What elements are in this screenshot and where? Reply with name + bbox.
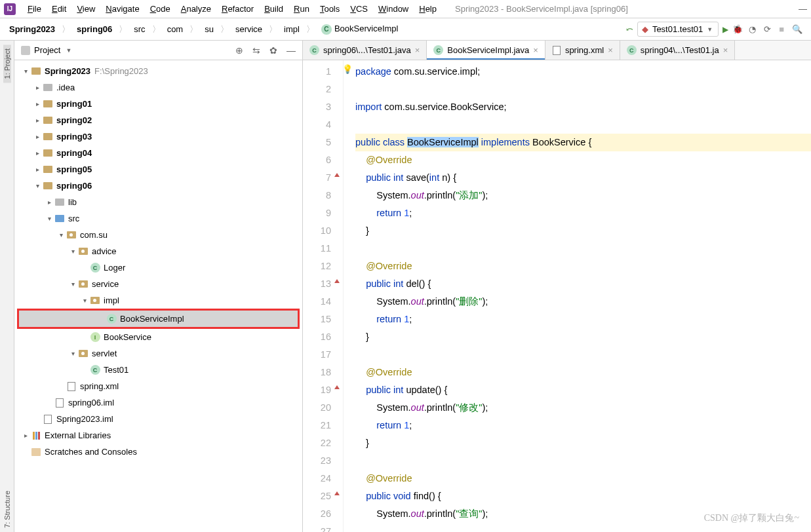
xml-icon (552, 46, 561, 55)
intention-bulb-icon[interactable] (342, 60, 353, 71)
build-icon[interactable]: ⤺ (626, 24, 633, 34)
watermark: CSDN @掉了颗大白兔~ (704, 512, 799, 524)
tree-node[interactable]: spring06.iml (14, 394, 302, 411)
tree-node[interactable]: ▸spring05 (14, 161, 302, 178)
tab-label: BookServiceImpl.java (447, 45, 529, 55)
menu-help[interactable]: Help (414, 3, 442, 15)
code[interactable]: package com.su.service.impl;import com.s… (344, 60, 811, 532)
editor-tab[interactable]: CBookServiceImpl.java× (427, 41, 545, 60)
toolbar: Spring2023〉spring06〉src〉com〉su〉service〉i… (0, 18, 811, 41)
project-tree[interactable]: ▾Spring2023F:\Spring2023▸.idea▸spring01▸… (14, 60, 302, 532)
chevron-down-icon[interactable]: ▼ (66, 47, 71, 54)
side-tab-project[interactable]: 1: Project (3, 45, 11, 83)
left-tool-strip: 1: Project 7: Structure (0, 41, 14, 532)
menu-code[interactable]: Code (145, 3, 176, 15)
breadcrumb-item[interactable]: service (233, 23, 265, 35)
menu-build[interactable]: Build (259, 3, 288, 15)
tree-node[interactable]: ▾impl (14, 292, 302, 309)
tree-node[interactable]: Scratches and Consoles (14, 444, 302, 460)
project-panel-title: Project (34, 45, 60, 55)
menu-file[interactable]: File (22, 3, 47, 15)
stop-icon[interactable]: ■ (777, 24, 786, 34)
gutter: 1234567891011121314151617181920212223242… (303, 60, 344, 532)
window-title: Spring2023 - BookServiceImpl.java [sprin… (455, 4, 628, 14)
breadcrumb-item[interactable]: su (202, 23, 216, 35)
tree-node[interactable]: ▸spring01 (14, 96, 302, 112)
close-icon[interactable]: × (415, 45, 420, 55)
tree-node[interactable]: ▸External Libraries (14, 427, 302, 444)
breadcrumb[interactable]: Spring2023〉spring06〉src〉com〉su〉service〉i… (7, 22, 401, 36)
class-icon: C (309, 45, 319, 55)
menu-view[interactable]: View (71, 3, 100, 15)
locate-icon[interactable]: ⊕ (235, 45, 243, 56)
tree-node[interactable]: ▾service (14, 276, 302, 292)
menu-window[interactable]: Window (373, 3, 414, 15)
tree-node[interactable]: ▸spring02 (14, 112, 302, 128)
tree-node[interactable]: Spring2023.iml (14, 411, 302, 427)
editor-tabs: Cspring06\...\Test01.java×CBookServiceIm… (303, 41, 811, 60)
side-tab-structure[interactable]: 7: Structure (3, 487, 11, 532)
tree-node[interactable]: ▾advice (14, 243, 302, 259)
hide-icon[interactable]: — (287, 45, 296, 56)
tree-node[interactable]: ▾com.su (14, 227, 302, 243)
main-area: 1: Project 7: Structure Project ▼ ⊕ ⇆ ✿ … (0, 41, 811, 532)
run-icon[interactable]: ▶ (722, 25, 728, 34)
tab-label: spring06\...\Test01.java (323, 45, 411, 55)
collapse-icon[interactable]: ⇆ (252, 45, 260, 56)
breadcrumb-item[interactable]: spring06 (74, 23, 115, 35)
tree-node[interactable]: ▾servlet (14, 345, 302, 362)
coverage-icon[interactable]: ◔ (747, 24, 758, 34)
tree-node[interactable]: ▸.idea (14, 79, 302, 96)
breadcrumb-item[interactable]: com (165, 23, 186, 35)
window-controls: — (799, 4, 807, 14)
menu-vcs[interactable]: VCS (345, 3, 373, 15)
tree-node[interactable]: ▾spring06 (14, 178, 302, 194)
menu-tools[interactable]: Tools (315, 3, 345, 15)
minimize-icon[interactable]: — (799, 4, 807, 14)
code-area[interactable]: 1234567891011121314151617181920212223242… (303, 60, 811, 532)
project-panel-header: Project ▼ ⊕ ⇆ ✿ — (14, 41, 302, 60)
class-icon: C (433, 45, 443, 55)
editor: Cspring06\...\Test01.java×CBookServiceIm… (303, 41, 811, 532)
tab-label: spring.xml (565, 45, 604, 55)
search-icon[interactable]: 🔍 (790, 24, 804, 34)
tree-node[interactable]: IBookService (14, 329, 302, 345)
app-logo: IJ (4, 3, 16, 15)
settings-icon[interactable]: ✿ (269, 45, 277, 56)
tree-node[interactable]: ▸lib (14, 194, 302, 210)
tree-node[interactable]: ▸spring03 (14, 128, 302, 145)
run-config-dropdown[interactable]: ◆ Test01.test01 ▼ (637, 22, 719, 37)
close-icon[interactable]: × (533, 45, 538, 55)
run-config-label: Test01.test01 (652, 24, 703, 34)
menu-items: FileEditViewNavigateCodeAnalyzeRefactorB… (22, 3, 442, 15)
debug-icon[interactable]: 🐞 (732, 24, 743, 34)
menu-edit[interactable]: Edit (47, 3, 71, 15)
close-icon[interactable]: × (608, 45, 613, 55)
editor-tab[interactable]: Cspring06\...\Test01.java× (303, 41, 427, 60)
tree-node[interactable]: ▾Spring2023F:\Spring2023 (14, 63, 302, 79)
menu-navigate[interactable]: Navigate (100, 3, 144, 15)
tree-node[interactable]: CTest01 (14, 362, 302, 378)
editor-tab[interactable]: spring.xml× (545, 41, 620, 60)
profile-icon[interactable]: ⟳ (762, 24, 773, 34)
menu-refactor[interactable]: Refactor (216, 3, 259, 15)
chevron-down-icon: ▼ (707, 26, 713, 33)
breadcrumb-item[interactable]: CBookServiceImpl (319, 22, 401, 36)
breadcrumb-item[interactable]: src (131, 23, 148, 35)
class-icon: C (627, 45, 637, 55)
project-view-icon (21, 46, 30, 55)
close-icon[interactable]: × (723, 45, 728, 55)
tree-node[interactable]: spring.xml (14, 378, 302, 394)
menu-bar: IJ FileEditViewNavigateCodeAnalyzeRefact… (0, 0, 811, 18)
breadcrumb-item[interactable]: Spring2023 (7, 23, 58, 35)
tree-node[interactable]: ▾src (14, 210, 302, 227)
menu-analyze[interactable]: Analyze (176, 3, 216, 15)
menu-run[interactable]: Run (288, 3, 315, 15)
tab-label: spring04\...\Test01.ja (641, 45, 719, 55)
editor-tab[interactable]: Cspring04\...\Test01.ja× (620, 41, 736, 60)
tree-node[interactable]: ▸spring04 (14, 145, 302, 161)
project-panel: Project ▼ ⊕ ⇆ ✿ — ▾Spring2023F:\Spring20… (14, 41, 303, 532)
tree-node[interactable]: CBookServiceImpl (19, 311, 298, 327)
tree-node[interactable]: CLoger (14, 259, 302, 276)
breadcrumb-item[interactable]: impl (281, 23, 302, 35)
